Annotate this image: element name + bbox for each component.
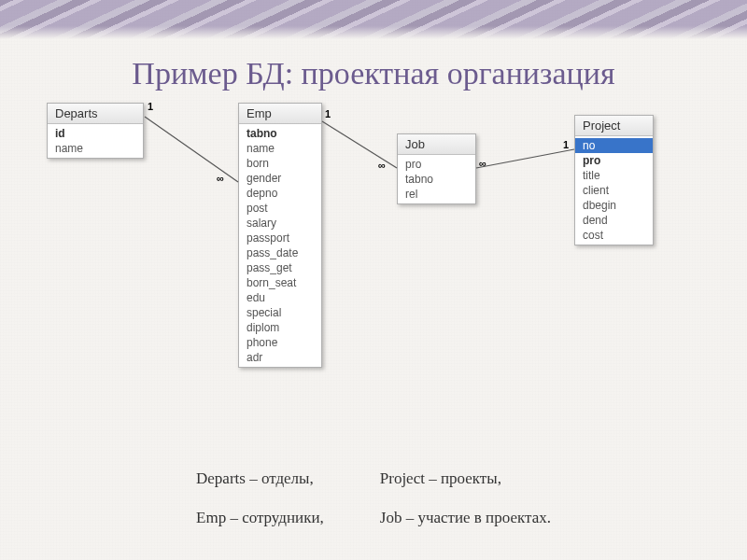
decorative-top-border bbox=[0, 0, 747, 39]
table-field: pro bbox=[575, 153, 653, 168]
table-field: cost bbox=[575, 228, 653, 243]
table-field: post bbox=[239, 201, 321, 216]
table-header: Project bbox=[575, 116, 653, 136]
cardinality-label: 1 bbox=[325, 108, 331, 119]
table-job: Job pro tabno rel bbox=[397, 133, 476, 204]
table-field-selected: no bbox=[575, 138, 653, 153]
table-field: diplom bbox=[239, 320, 321, 335]
table-field: rel bbox=[398, 187, 475, 202]
legend-project: Project – проекты, bbox=[380, 469, 551, 488]
table-field: special bbox=[239, 305, 321, 320]
table-header: Job bbox=[398, 134, 475, 155]
table-emp: Emp tabno name born gender depno post sa… bbox=[238, 103, 322, 368]
table-field: edu bbox=[239, 290, 321, 305]
cardinality-label: 1 bbox=[563, 139, 569, 150]
legend-emp: Emp – сотрудники, bbox=[196, 509, 324, 527]
svg-line-1 bbox=[322, 121, 397, 168]
slide-title: Пример БД: проектная организация bbox=[0, 56, 747, 91]
legend: Departs – отделы, Emp – сотрудники, Proj… bbox=[0, 469, 747, 527]
table-field: adr bbox=[239, 350, 321, 365]
table-field: tabno bbox=[239, 126, 321, 141]
legend-departs: Departs – отделы, bbox=[196, 469, 324, 488]
table-field: gender bbox=[239, 171, 321, 186]
table-project: Project no pro title client dbegin dend … bbox=[574, 115, 654, 245]
table-field: depno bbox=[239, 186, 321, 201]
legend-job: Job – участие в проектах. bbox=[380, 509, 551, 527]
table-field: title bbox=[575, 168, 653, 183]
table-field: pass_date bbox=[239, 245, 321, 260]
table-field: name bbox=[239, 141, 321, 156]
table-field: passport bbox=[239, 231, 321, 245]
svg-line-2 bbox=[476, 149, 574, 168]
table-header: Departs bbox=[48, 104, 143, 124]
cardinality-label: ∞ bbox=[378, 160, 386, 171]
table-field: born_seat bbox=[239, 275, 321, 290]
er-diagram: 1 ∞ 1 ∞ ∞ 1 Departs id name Emp tabno na… bbox=[47, 103, 719, 420]
table-header: Emp bbox=[239, 104, 321, 124]
cardinality-label: ∞ bbox=[479, 158, 486, 169]
table-field: id bbox=[48, 126, 143, 141]
table-field: name bbox=[48, 141, 143, 156]
table-field: client bbox=[575, 183, 653, 198]
table-field: dend bbox=[575, 213, 653, 228]
cardinality-label: 1 bbox=[148, 101, 153, 112]
table-departs: Departs id name bbox=[47, 103, 144, 159]
table-field: dbegin bbox=[575, 198, 653, 213]
table-field: pass_get bbox=[239, 260, 321, 275]
table-field: pro bbox=[398, 157, 475, 172]
table-field: phone bbox=[239, 335, 321, 350]
table-field: salary bbox=[239, 216, 321, 231]
table-field: tabno bbox=[398, 172, 475, 187]
table-field: born bbox=[239, 156, 321, 171]
cardinality-label: ∞ bbox=[217, 173, 224, 184]
svg-line-0 bbox=[145, 117, 238, 182]
